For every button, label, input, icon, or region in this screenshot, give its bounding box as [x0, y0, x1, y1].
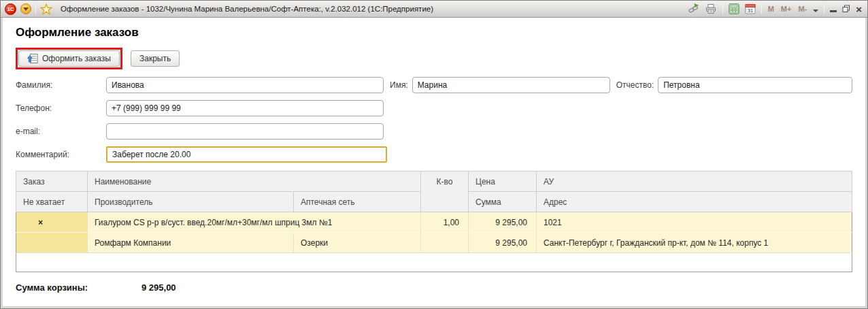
- star-icon: [40, 3, 52, 15]
- order-item-sum[interactable]: 9 295,00: [469, 233, 537, 253]
- order-item-au[interactable]: 1021: [537, 212, 852, 233]
- email-row: e-mail:: [16, 123, 852, 140]
- comment-input[interactable]: [106, 146, 387, 163]
- red-annotation-box: Оформить заказы: [16, 48, 122, 69]
- submit-orders-button[interactable]: Оформить заказы: [18, 50, 120, 67]
- header-order: Заказ: [16, 172, 88, 192]
- titlebar-tools: 31 M M+ M- ×: [688, 3, 862, 14]
- command-bar: Оформить заказы Закрыть: [16, 48, 852, 69]
- middlename-label: Отчество:: [616, 80, 654, 90]
- order-item-qty[interactable]: 1,00: [421, 212, 469, 233]
- titlebar: 1С Оформление заказов - 1032/Чунина Мари…: [1, 1, 867, 18]
- orders-table: Заказ Наименование К-во Цена АУ Не хвата…: [16, 171, 852, 272]
- titlebar-separator: [722, 3, 723, 14]
- close-form-label: Закрыть: [139, 54, 171, 63]
- memory-m-minus-button[interactable]: M-: [797, 5, 807, 13]
- order-item-manufacturer[interactable]: Ромфарм Компании: [88, 233, 294, 253]
- app-window: 1С Оформление заказов - 1032/Чунина Мари…: [0, 0, 868, 309]
- name-row: Фамилия: Имя: Отчество:: [16, 77, 852, 93]
- header-sum: Сумма: [469, 192, 537, 212]
- restore-button[interactable]: [842, 5, 850, 13]
- page-title: Оформление заказов: [16, 26, 852, 39]
- calc-dropdown-icon[interactable]: [813, 10, 818, 12]
- order-item-name[interactable]: Гиалуром CS р-р в/суст. введ.20мг/мл+30м…: [88, 212, 421, 233]
- middlename-input[interactable]: [658, 77, 852, 93]
- memory-m-button[interactable]: M: [767, 5, 775, 13]
- cart-total-label: Сумма корзины:: [16, 282, 141, 293]
- titlebar-separator: [824, 3, 824, 14]
- calculator-icon[interactable]: [729, 3, 739, 14]
- link-icon[interactable]: [688, 3, 699, 14]
- titlebar-separator: [35, 3, 36, 14]
- 1c-logo-icon[interactable]: 1С: [5, 3, 16, 15]
- header-manufacturer: Производитель: [88, 192, 294, 212]
- phone-label: Телефон:: [16, 103, 106, 113]
- orders-table-empty-area[interactable]: [16, 253, 852, 272]
- header-qty: К-во: [421, 172, 469, 212]
- header-au: АУ: [537, 172, 852, 192]
- form-content: Оформление заказов Оформить заказы Закры…: [3, 18, 865, 306]
- header-pharmacy-chain: Аптечная сеть: [294, 192, 421, 212]
- comment-row: Комментарий:: [16, 146, 852, 163]
- order-item-missing-empty[interactable]: [16, 233, 88, 253]
- lastname-input[interactable]: [106, 77, 384, 93]
- order-item-address[interactable]: Санкт-Петербург г, Гражданский пр-кт, до…: [537, 233, 852, 253]
- restore-icon: [842, 5, 850, 13]
- order-item-qty-empty[interactable]: [421, 233, 469, 253]
- main-menu-dropdown-icon[interactable]: [20, 3, 31, 14]
- header-address: Адрес: [537, 192, 852, 212]
- firstname-label: Имя:: [390, 80, 408, 90]
- favorites-star-icon[interactable]: [40, 3, 52, 15]
- missing-mark-icon[interactable]: ×: [16, 212, 88, 233]
- email-label: e-mail:: [16, 127, 106, 136]
- order-item-price[interactable]: 9 295,00: [469, 212, 537, 233]
- close-button[interactable]: ×: [856, 4, 862, 14]
- header-missing: Не хватает: [16, 192, 88, 212]
- header-name: Наименование: [88, 172, 421, 192]
- email-input[interactable]: [106, 123, 384, 140]
- calendar-icon[interactable]: 31: [745, 3, 756, 14]
- orders-table-header-row-1: Заказ Наименование К-во Цена АУ: [16, 172, 852, 192]
- print-icon[interactable]: [705, 3, 717, 14]
- minimize-button[interactable]: [830, 5, 837, 12]
- submit-orders-icon: [27, 53, 38, 64]
- firstname-input[interactable]: [412, 77, 610, 93]
- window-title: Оформление заказов - 1032/Чунина Марина …: [61, 5, 433, 13]
- chevron-down-icon: [23, 7, 29, 11]
- order-item-pharmacy-chain[interactable]: Озерки: [294, 233, 421, 253]
- lastname-label: Фамилия:: [16, 80, 106, 90]
- memory-m-plus-button[interactable]: M+: [780, 5, 792, 13]
- cart-total-value: 9 295,00: [141, 282, 176, 293]
- header-price: Цена: [469, 172, 537, 192]
- titlebar-separator: [761, 3, 762, 14]
- close-form-button[interactable]: Закрыть: [131, 50, 180, 67]
- svg-text:31: 31: [747, 7, 752, 14]
- comment-label: Комментарий:: [16, 150, 106, 159]
- order-row-line-1[interactable]: × Гиалуром CS р-р в/суст. введ.20мг/мл+3…: [16, 212, 852, 233]
- phone-row: Телефон:: [16, 100, 852, 116]
- order-row-line-2[interactable]: Ромфарм Компании Озерки 9 295,00 Санкт-П…: [16, 233, 852, 253]
- minimize-icon: [830, 10, 837, 12]
- submit-orders-label: Оформить заказы: [42, 54, 111, 63]
- phone-input[interactable]: [106, 100, 384, 116]
- cart-total-row: Сумма корзины: 9 295,00: [16, 282, 852, 293]
